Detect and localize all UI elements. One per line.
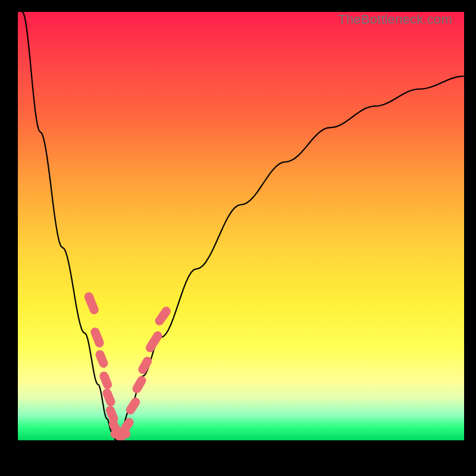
bead-marker (110, 411, 114, 419)
bead-marker (120, 434, 126, 436)
bead-marker (159, 311, 166, 321)
bead-marker (95, 332, 99, 343)
bead-marker (143, 361, 148, 369)
bead-marker (104, 376, 108, 385)
bead-marker (100, 355, 104, 364)
chart-overlay (18, 12, 464, 440)
watermark-text: TheBottleneck.com (338, 12, 452, 27)
bead-marker (151, 336, 158, 347)
bead-marker (89, 297, 94, 310)
bottleneck-curve (23, 12, 465, 440)
bead-marker (137, 381, 142, 389)
bead-marker (130, 402, 135, 410)
bead-marker (107, 393, 111, 402)
data-beads (89, 297, 166, 437)
bead-marker (125, 422, 129, 428)
chart-frame: TheBottleneck.com (18, 12, 464, 464)
